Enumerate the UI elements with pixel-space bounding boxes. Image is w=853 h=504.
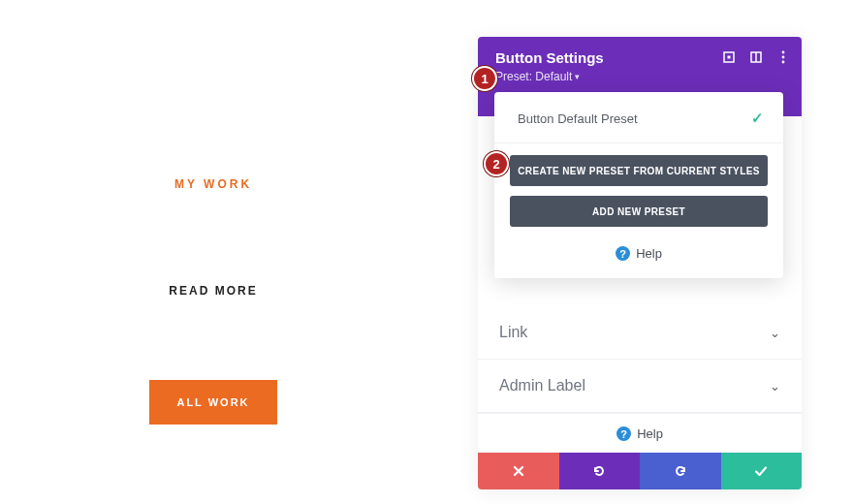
redo-button[interactable] — [640, 453, 721, 489]
undo-icon — [591, 463, 607, 479]
svg-point-5 — [782, 56, 785, 59]
preset-label: Preset: Default — [495, 70, 572, 83]
preset-option-default[interactable]: Button Default Preset ✓ — [494, 92, 783, 143]
close-icon — [512, 464, 525, 478]
accordion-link[interactable]: Link ⌄ — [478, 306, 802, 360]
chevron-down-icon: ⌄ — [770, 379, 780, 394]
section-heading-my-work: MY WORK — [174, 177, 252, 191]
svg-point-6 — [782, 61, 785, 64]
cancel-button[interactable] — [478, 453, 559, 489]
check-icon: ✓ — [751, 110, 764, 127]
callout-badge-2: 2 — [484, 151, 509, 176]
preset-dropdown-trigger[interactable]: Preset: Default▾ — [495, 70, 784, 83]
accordion-label: Link — [499, 324, 527, 341]
svg-rect-1 — [728, 56, 731, 59]
undo-button[interactable] — [559, 453, 641, 489]
header-icon-group — [722, 50, 790, 64]
panel-footer — [478, 453, 802, 489]
check-icon — [753, 463, 769, 479]
caret-down-icon: ▾ — [575, 72, 580, 81]
create-preset-from-current-button[interactable]: CREATE NEW PRESET FROM CURRENT STYLES — [510, 155, 768, 186]
page-preview: MY WORK READ MORE ALL WORK — [0, 0, 426, 504]
redo-icon — [673, 463, 688, 479]
preset-dropdown: Button Default Preset ✓ CREATE NEW PRESE… — [494, 92, 783, 278]
preset-option-label: Button Default Preset — [518, 111, 638, 126]
svg-point-4 — [782, 51, 785, 54]
save-button[interactable] — [721, 453, 803, 489]
chevron-down-icon: ⌄ — [770, 326, 780, 340]
layout-icon[interactable] — [749, 50, 763, 64]
expand-icon[interactable] — [722, 50, 736, 64]
accordion-label: Admin Label — [499, 377, 585, 394]
accordion-admin-label[interactable]: Admin Label ⌄ — [478, 360, 802, 413]
help-icon: ? — [616, 426, 631, 441]
all-work-button[interactable]: ALL WORK — [149, 380, 277, 425]
help-label: Help — [637, 426, 663, 441]
panel-header: Button Settings Preset: Default▾ — [478, 37, 802, 97]
add-new-preset-button[interactable]: ADD NEW PRESET — [510, 196, 768, 227]
more-icon[interactable] — [776, 50, 790, 64]
help-icon: ? — [616, 246, 630, 261]
panel-help-row[interactable]: ? Help — [478, 413, 802, 453]
read-more-link[interactable]: READ MORE — [169, 284, 257, 298]
dropdown-help-row[interactable]: ? Help — [494, 246, 783, 261]
callout-badge-1: 1 — [472, 66, 497, 91]
help-label: Help — [636, 246, 662, 261]
